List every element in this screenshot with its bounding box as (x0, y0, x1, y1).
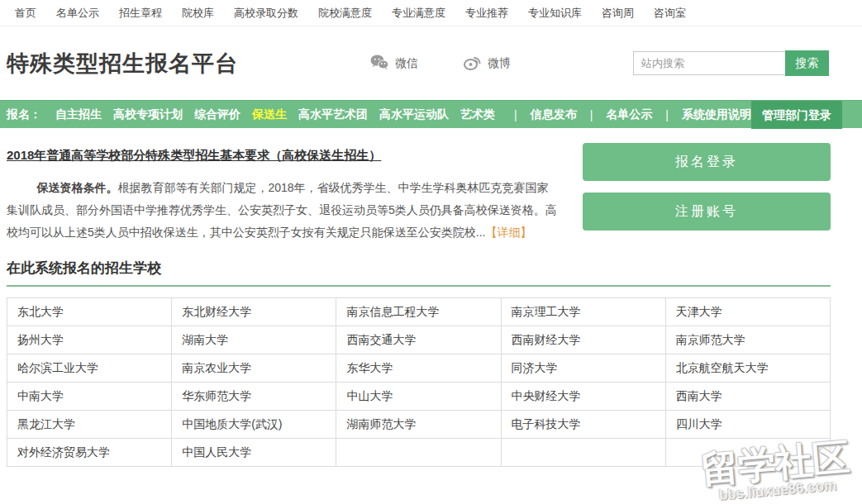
school-cell[interactable]: 扬州大学 (7, 326, 172, 354)
nav-prefix-label: 报名： (7, 107, 41, 122)
school-cell[interactable]: 同济大学 (501, 354, 665, 383)
top-nav-link[interactable]: 咨询周 (592, 6, 644, 21)
search-input[interactable] (633, 51, 786, 75)
school-cell[interactable]: 西南交通大学 (336, 326, 501, 354)
register-account-button[interactable]: 注册账号 (583, 193, 831, 231)
schools-section: 在此系统报名的招生学校 东北大学 东北财经大学 南京信息工程大学 南京理工大学 … (0, 244, 862, 467)
school-cell[interactable]: 湖南大学 (172, 326, 336, 354)
nav-separator: | (501, 108, 531, 121)
school-cell[interactable]: 电子科技大学 (501, 411, 665, 439)
category-link[interactable]: 艺术类 (455, 107, 501, 122)
school-cell[interactable]: 东华大学 (336, 354, 501, 383)
school-cell[interactable]: 西南财经大学 (501, 326, 665, 354)
info-links: | 信息发布 | 名单公示 | 系统使用说明 (501, 107, 751, 122)
table-row: 东北大学 东北财经大学 南京信息工程大学 南京理工大学 天津大学 (7, 298, 831, 326)
top-nav-link[interactable]: 专业满意度 (382, 6, 455, 21)
category-link[interactable]: 高水平运动队 (374, 107, 455, 122)
school-cell[interactable]: 对外经济贸易大学 (7, 439, 172, 467)
nav-separator: | (652, 108, 682, 121)
schools-section-title: 在此系统报名的招生学校 (7, 259, 831, 278)
school-cell[interactable]: 天津大学 (665, 298, 830, 326)
table-row: 对外经济贸易大学 中国人民大学 (7, 439, 831, 467)
admin-login-button[interactable]: 管理部门登录 (751, 101, 842, 129)
wechat-label: 微信 (395, 56, 418, 71)
school-cell[interactable] (336, 439, 501, 467)
category-links: 自主招生 高校专项计划 综合评价 保送生 高水平艺术团 高水平运动队 艺术类 (50, 107, 501, 122)
school-cell[interactable]: 东北大学 (7, 298, 172, 326)
school-cell[interactable] (665, 439, 830, 467)
top-nav-link[interactable]: 专业知识库 (518, 6, 592, 21)
category-link[interactable]: 高水平艺术团 (293, 107, 374, 122)
school-cell[interactable]: 中国地质大学(武汉) (172, 411, 336, 439)
top-nav-link[interactable]: 高校录取分数 (224, 6, 308, 21)
schools-table: 东北大学 东北财经大学 南京信息工程大学 南京理工大学 天津大学 扬州大学 湖南… (7, 297, 831, 467)
school-cell[interactable]: 西南大学 (665, 383, 830, 411)
wechat-icon (370, 55, 388, 73)
school-cell[interactable]: 哈尔滨工业大学 (7, 354, 172, 383)
table-row: 哈尔滨工业大学 南京农业大学 东华大学 同济大学 北京航空航天大学 (7, 354, 831, 383)
article-summary: 保送资格条件。根据教育部等有关部门规定，2018年，省级优秀学生、中学生学科奥林… (7, 177, 558, 244)
school-cell[interactable]: 中央财经大学 (501, 383, 665, 411)
top-nav-link[interactable]: 招生章程 (109, 6, 172, 21)
watermark-url: bbs.liuxue86.com (703, 476, 853, 504)
school-cell[interactable] (501, 439, 665, 467)
table-row: 黑龙江大学 中国地质大学(武汉) 湖南师范大学 电子科技大学 四川大学 (7, 411, 831, 439)
school-cell[interactable]: 四川大学 (665, 411, 830, 439)
top-nav-link[interactable]: 院校满意度 (308, 6, 382, 21)
site-header: 特殊类型招生报名平台 微信 (0, 26, 862, 100)
schools-table-body: 东北大学 东北财经大学 南京信息工程大学 南京理工大学 天津大学 扬州大学 湖南… (7, 298, 831, 467)
main-category-nav: 报名： 自主招生 高校专项计划 综合评价 保送生 高水平艺术团 高水平运动队 艺… (0, 100, 862, 128)
school-cell[interactable]: 东北财经大学 (172, 298, 336, 326)
school-cell[interactable]: 南京农业大学 (172, 354, 336, 383)
top-nav-link[interactable]: 咨询室 (644, 6, 696, 21)
category-link[interactable]: 高校专项计划 (107, 107, 188, 122)
site-search: 搜索 (633, 50, 829, 76)
info-link[interactable]: 名单公示 (606, 107, 652, 122)
site-title: 特殊类型招生报名平台 (7, 49, 238, 78)
article-more-link[interactable]: 【详细】 (485, 226, 531, 239)
school-cell[interactable]: 南京信息工程大学 (336, 298, 501, 326)
weibo-link[interactable]: 微博 (464, 55, 511, 73)
school-cell[interactable]: 中国人民大学 (172, 439, 336, 467)
school-cell[interactable]: 南京师范大学 (665, 326, 830, 354)
school-cell[interactable]: 中山大学 (336, 383, 501, 411)
schools-section-header: 在此系统报名的招生学校 (7, 259, 831, 287)
featured-article: 2018年普通高等学校部分特殊类型招生基本要求（高校保送生招生） 保送资格条件。… (7, 138, 583, 244)
nav-separator: | (577, 108, 607, 121)
search-button[interactable]: 搜索 (785, 50, 829, 76)
signup-login-button[interactable]: 报名登录 (583, 143, 831, 181)
table-row: 扬州大学 湖南大学 西南交通大学 西南财经大学 南京师范大学 (7, 326, 831, 354)
action-buttons: 报名登录 注册账号 (583, 138, 831, 244)
table-row: 中南大学 华东师范大学 中山大学 中央财经大学 西南大学 (7, 383, 831, 411)
top-nav-link[interactable]: 首页 (5, 6, 46, 21)
school-cell[interactable]: 中南大学 (7, 383, 172, 411)
top-nav-link[interactable]: 院校库 (172, 6, 224, 21)
top-nav-link[interactable]: 专业推荐 (455, 6, 518, 21)
weibo-label: 微博 (488, 56, 511, 71)
category-link[interactable]: 保送生 (246, 107, 293, 122)
article-lead: 保送资格条件。 (36, 181, 117, 194)
school-cell[interactable]: 华东师范大学 (172, 383, 336, 411)
school-cell[interactable]: 湖南师范大学 (336, 411, 501, 439)
school-cell[interactable]: 黑龙江大学 (7, 411, 172, 439)
weibo-icon (464, 55, 481, 73)
top-nav-link[interactable]: 名单公示 (46, 6, 109, 21)
info-link[interactable]: 信息发布 (531, 107, 577, 122)
info-link[interactable]: 系统使用说明 (682, 107, 751, 122)
top-utility-nav: 首页 名单公示 招生章程 院校库 高校录取分数 院校满意度 专业满意度 专业推荐… (0, 0, 862, 26)
category-link[interactable]: 自主招生 (50, 107, 107, 122)
category-link[interactable]: 综合评价 (188, 107, 246, 122)
content-row: 2018年普通高等学校部分特殊类型招生基本要求（高校保送生招生） 保送资格条件。… (0, 128, 862, 244)
social-links: 微信 微博 (370, 55, 511, 73)
wechat-link[interactable]: 微信 (370, 55, 418, 73)
school-cell[interactable]: 北京航空航天大学 (665, 354, 830, 383)
article-title-link[interactable]: 2018年普通高等学校部分特殊类型招生基本要求（高校保送生招生） (7, 148, 558, 164)
school-cell[interactable]: 南京理工大学 (501, 298, 665, 326)
